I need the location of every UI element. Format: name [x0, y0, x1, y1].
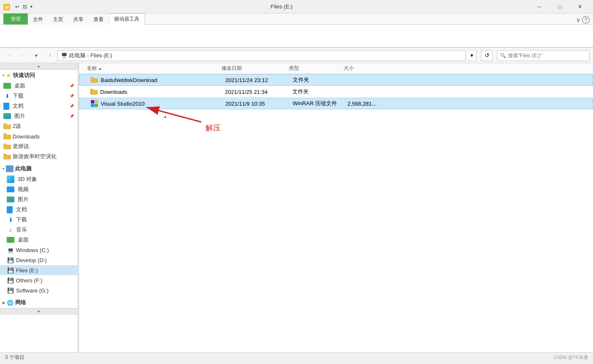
sidebar-item-documents2[interactable]: 文档 [0, 205, 77, 215]
drive-f-icon: 💾 [7, 276, 14, 284]
tab-view[interactable]: 查看 [88, 14, 109, 25]
quick-access-header[interactable]: ▾ ★ 快速访问 [0, 70, 77, 81]
file-type-downloads: 文件夹 [289, 88, 344, 96]
file-row-downloads[interactable]: Downloads 2021/11/25 21:34 文件夹 [79, 86, 593, 98]
sidebar-item-trip[interactable]: 旅游效率时空演化 [0, 151, 77, 162]
scroll-down-btn[interactable]: ▼ [0, 308, 77, 315]
window-title: Files (E:) [271, 3, 293, 10]
dropdown-button[interactable]: ▾ [30, 50, 42, 61]
toolbar-dropdown[interactable]: ▾ [29, 4, 33, 9]
toolbar-icon1[interactable]: 📁 [3, 4, 10, 11]
col-header-date[interactable]: 修改日期 [218, 65, 286, 72]
path-icon: 🖥️ [61, 53, 67, 58]
sidebar-item-desktop[interactable]: 桌面 📌 [0, 81, 77, 91]
window-icon: 📁 [3, 3, 11, 11]
properties-btn[interactable]: ⊟ [22, 4, 28, 10]
search-icon: 🔍 [500, 53, 506, 58]
tab-home[interactable]: 主页 [48, 14, 68, 25]
file-size-vs2010: 2,568,281... [344, 101, 390, 107]
sidebar-item-winC[interactable]: 💻 Windows (C:) [0, 245, 77, 255]
desktop-icon2 [7, 237, 14, 243]
sidebar-item-download[interactable]: ⬇ 下载 📌 [0, 91, 77, 101]
col-header-type[interactable]: 类型 [286, 65, 340, 72]
main-layout: ▲ ▾ ★ 快速访问 桌面 📌 ⬇ 下载 [0, 63, 593, 352]
this-pc-section: ▾ 此电脑 3D 对象 视频 图片 [0, 163, 77, 295]
sort-arrow: ▲ [163, 114, 167, 119]
col-header-size[interactable]: 大小 [340, 65, 387, 72]
col-header-name[interactable]: 名称 ▲ [83, 65, 218, 72]
status-bar: 3 个项目 CSDN @YF录播 [0, 352, 593, 362]
sidebar-item-downloads3[interactable]: ⬇ 下载 [0, 215, 77, 225]
sidebar-item-documents[interactable]: 文档 📌 [0, 101, 77, 111]
this-pc-header[interactable]: ▾ 此电脑 [0, 163, 77, 174]
folder-icon-2gai [3, 123, 11, 129]
close-button[interactable]: ✕ [570, 0, 590, 13]
doc-icon [3, 103, 9, 110]
drive-d-icon: 💾 [7, 256, 14, 264]
back-button[interactable]: ‹ [3, 50, 15, 61]
search-box[interactable]: 🔍 [497, 50, 590, 61]
download-icon2: ⬇ [7, 216, 14, 223]
file-type-baidu: 文件夹 [289, 76, 344, 84]
sidebar-item-devD[interactable]: 💾 Develop (D:) [0, 255, 77, 265]
this-pc-icon [6, 165, 13, 172]
tab-manage[interactable]: 管理 [3, 13, 28, 24]
file-row-vs2010[interactable]: Visual Studio2010 2021/11/9 10:35 WinRAR… [79, 98, 593, 109]
help-btn[interactable]: ? [582, 16, 590, 24]
sidebar-item-othersF[interactable]: 💾 Others (F:) [0, 275, 77, 285]
sidebar-item-pictures[interactable]: 图片 📌 [0, 111, 77, 121]
title-bar: 📁 ↩ ⊟ ▾ Files (E:) ─ □ ✕ [0, 0, 593, 13]
pin-icon4: 📌 [69, 114, 74, 118]
sidebar-item-pictures2[interactable]: 图片 [0, 194, 77, 205]
sidebar-item-laoshishuo[interactable]: 老师说 [0, 141, 77, 151]
sidebar-item-filesE[interactable]: 💾 Files (E:) [0, 265, 77, 275]
undo-btn[interactable]: ↩ [14, 4, 20, 10]
pin-icon: 📌 [69, 84, 74, 88]
drive-e-icon: 💾 [7, 266, 14, 274]
file-date-baidu: 2021/11/24 23:12 [222, 77, 289, 83]
pin-icon2: 📌 [69, 94, 74, 98]
sidebar-item-softwareG[interactable]: 💾 Software (G:) [0, 285, 77, 295]
address-dropdown-btn[interactable]: ▾ [467, 50, 477, 61]
rar-icon-vs [91, 100, 98, 107]
sidebar-item-downloads-folder[interactable]: Downloads [0, 131, 77, 141]
file-header: ▲ 名称 ▲ 修改日期 类型 大小 [79, 63, 593, 74]
address-bar: ‹ › ▾ ↑ 🖥️ 此电脑 › Files (E:) ▾ ↺ 🔍 [0, 48, 593, 63]
sidebar-item-music[interactable]: ♪ 音乐 [0, 225, 77, 235]
file-date-vs2010: 2021/11/9 10:35 [222, 101, 289, 107]
sidebar-item-3dobjects[interactable]: 3D 对象 [0, 174, 77, 184]
ribbon-collapse-btn[interactable]: ∨ [576, 16, 580, 23]
folder-icon-trip [3, 154, 11, 159]
pic-icon2 [7, 197, 14, 202]
doc-icon2 [7, 206, 13, 213]
address-path[interactable]: 🖥️ 此电脑 › Files (E:) [57, 50, 466, 61]
folder-icon-laoshi [3, 143, 11, 149]
pin-icon3: 📌 [69, 104, 74, 108]
folder-icon-baidu [91, 77, 98, 83]
sidebar-item-video[interactable]: 视频 [0, 184, 77, 194]
up-button[interactable]: ↑ [44, 50, 56, 61]
minimize-button[interactable]: ─ [530, 0, 549, 13]
sidebar-item-2gai[interactable]: 2该 [0, 121, 77, 131]
search-input[interactable] [508, 53, 587, 58]
file-row-baidu[interactable]: BaiduNetdiskDownload 2021/11/24 23:12 文件… [79, 74, 593, 86]
download-icon: ⬇ [3, 92, 11, 100]
forward-button[interactable]: › [17, 50, 29, 61]
tab-share[interactable]: 共享 [68, 14, 88, 25]
refresh-button[interactable]: ↺ [481, 50, 493, 61]
title-bar-left: 📁 ↩ ⊟ ▾ [3, 3, 33, 11]
title-bar-right: ─ □ ✕ [530, 0, 590, 13]
music-icon: ♪ [7, 226, 14, 234]
path-sep1: › [87, 53, 89, 58]
scroll-up-btn[interactable]: ▲ [0, 63, 77, 70]
maximize-button[interactable]: □ [550, 0, 569, 13]
sidebar-item-desktop2[interactable]: 桌面 [0, 235, 77, 245]
tab-driver-tools[interactable]: 驱动器工具 [109, 13, 145, 25]
path-current: Files (E:) [91, 52, 112, 58]
network-header[interactable]: ▶ 🌐 网络 [0, 297, 77, 308]
network-icon: 🌐 [7, 300, 13, 306]
tab-file[interactable]: 文件 [28, 14, 48, 25]
ribbon: 管理 文件 主页 共享 查看 驱动器工具 ∨ ? [0, 13, 593, 48]
video-icon [7, 186, 14, 192]
folder-icon-downloads [3, 133, 11, 139]
